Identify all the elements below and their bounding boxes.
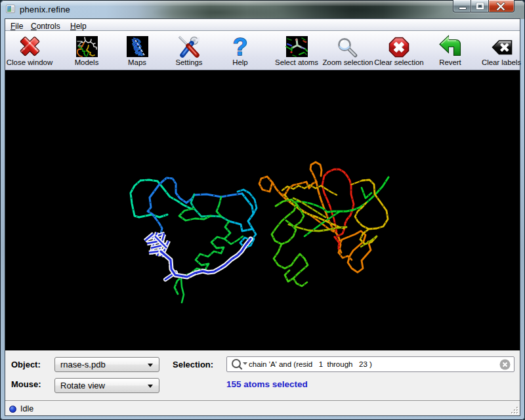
svg-text:?: ? <box>233 33 248 60</box>
